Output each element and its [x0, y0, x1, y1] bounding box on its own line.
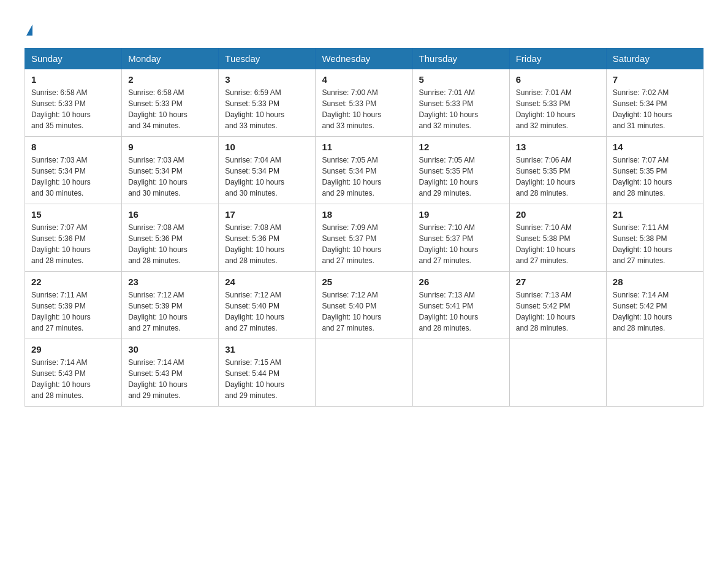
- calendar-cell: 12 Sunrise: 7:05 AM Sunset: 5:35 PM Dayl…: [412, 137, 509, 204]
- day-number: 3: [225, 74, 309, 85]
- day-info: Sunrise: 7:01 AM Sunset: 5:33 PM Dayligh…: [419, 87, 503, 131]
- calendar-cell: 9 Sunrise: 7:03 AM Sunset: 5:34 PM Dayli…: [122, 137, 219, 204]
- day-number: 24: [225, 277, 309, 287]
- day-info: Sunrise: 7:11 AM Sunset: 5:38 PM Dayligh…: [613, 222, 697, 266]
- page-header: [25, 18, 703, 36]
- day-number: 12: [419, 142, 503, 152]
- day-number: 7: [613, 74, 697, 85]
- col-header-wednesday: Wednesday: [316, 48, 412, 69]
- day-info: Sunrise: 7:10 AM Sunset: 5:38 PM Dayligh…: [516, 222, 600, 266]
- calendar-cell: 11 Sunrise: 7:05 AM Sunset: 5:34 PM Dayl…: [316, 137, 412, 204]
- day-info: Sunrise: 7:03 AM Sunset: 5:34 PM Dayligh…: [31, 155, 115, 199]
- day-info: Sunrise: 7:09 AM Sunset: 5:37 PM Dayligh…: [322, 222, 406, 266]
- day-number: 9: [128, 142, 212, 152]
- calendar-cell: 24 Sunrise: 7:12 AM Sunset: 5:40 PM Dayl…: [219, 272, 316, 339]
- day-info: Sunrise: 7:12 AM Sunset: 5:40 PM Dayligh…: [225, 289, 309, 334]
- day-number: 2: [128, 74, 212, 85]
- calendar-cell: 31 Sunrise: 7:15 AM Sunset: 5:44 PM Dayl…: [219, 339, 316, 407]
- calendar-week-row: 15 Sunrise: 7:07 AM Sunset: 5:36 PM Dayl…: [25, 204, 703, 272]
- day-number: 27: [516, 277, 600, 287]
- calendar-cell: 27 Sunrise: 7:13 AM Sunset: 5:42 PM Dayl…: [509, 272, 606, 339]
- day-info: Sunrise: 7:07 AM Sunset: 5:35 PM Dayligh…: [613, 155, 697, 199]
- col-header-tuesday: Tuesday: [219, 48, 316, 69]
- day-number: 10: [225, 142, 309, 152]
- calendar-cell: 20 Sunrise: 7:10 AM Sunset: 5:38 PM Dayl…: [509, 204, 606, 272]
- col-header-thursday: Thursday: [412, 48, 509, 69]
- calendar-week-row: 8 Sunrise: 7:03 AM Sunset: 5:34 PM Dayli…: [25, 137, 703, 204]
- day-number: 19: [419, 209, 503, 220]
- calendar-cell: 30 Sunrise: 7:14 AM Sunset: 5:43 PM Dayl…: [122, 339, 219, 407]
- day-number: 11: [322, 142, 406, 152]
- calendar-cell: 16 Sunrise: 7:08 AM Sunset: 5:36 PM Dayl…: [122, 204, 219, 272]
- day-info: Sunrise: 7:04 AM Sunset: 5:34 PM Dayligh…: [225, 155, 309, 199]
- calendar-cell: 26 Sunrise: 7:13 AM Sunset: 5:41 PM Dayl…: [412, 272, 509, 339]
- day-number: 23: [128, 277, 212, 287]
- day-number: 6: [516, 74, 600, 85]
- day-number: 31: [225, 344, 309, 354]
- day-number: 15: [31, 209, 115, 220]
- col-header-monday: Monday: [122, 48, 219, 69]
- calendar-week-row: 1 Sunrise: 6:58 AM Sunset: 5:33 PM Dayli…: [25, 69, 703, 137]
- day-info: Sunrise: 7:14 AM Sunset: 5:43 PM Dayligh…: [31, 357, 115, 401]
- calendar-cell: [412, 339, 509, 407]
- day-number: 14: [613, 142, 697, 152]
- calendar-cell: 10 Sunrise: 7:04 AM Sunset: 5:34 PM Dayl…: [219, 137, 316, 204]
- day-info: Sunrise: 7:02 AM Sunset: 5:34 PM Dayligh…: [613, 87, 697, 131]
- day-info: Sunrise: 6:59 AM Sunset: 5:33 PM Dayligh…: [225, 87, 309, 131]
- col-header-friday: Friday: [509, 48, 606, 69]
- day-number: 20: [516, 209, 600, 220]
- col-header-saturday: Saturday: [606, 48, 703, 69]
- day-info: Sunrise: 7:12 AM Sunset: 5:40 PM Dayligh…: [322, 289, 406, 334]
- day-number: 5: [419, 74, 503, 85]
- calendar-cell: 14 Sunrise: 7:07 AM Sunset: 5:35 PM Dayl…: [606, 137, 703, 204]
- calendar-cell: 28 Sunrise: 7:14 AM Sunset: 5:42 PM Dayl…: [606, 272, 703, 339]
- calendar-cell: 1 Sunrise: 6:58 AM Sunset: 5:33 PM Dayli…: [25, 69, 122, 137]
- calendar-cell: 8 Sunrise: 7:03 AM Sunset: 5:34 PM Dayli…: [25, 137, 122, 204]
- day-info: Sunrise: 6:58 AM Sunset: 5:33 PM Dayligh…: [128, 87, 212, 131]
- day-info: Sunrise: 7:05 AM Sunset: 5:34 PM Dayligh…: [322, 155, 406, 199]
- calendar-cell: 21 Sunrise: 7:11 AM Sunset: 5:38 PM Dayl…: [606, 204, 703, 272]
- col-header-sunday: Sunday: [25, 48, 122, 69]
- day-info: Sunrise: 7:13 AM Sunset: 5:41 PM Dayligh…: [419, 289, 503, 334]
- calendar-cell: 25 Sunrise: 7:12 AM Sunset: 5:40 PM Dayl…: [316, 272, 412, 339]
- day-info: Sunrise: 7:07 AM Sunset: 5:36 PM Dayligh…: [31, 222, 115, 266]
- day-number: 1: [31, 74, 115, 85]
- calendar-cell: [606, 339, 703, 407]
- calendar-cell: 3 Sunrise: 6:59 AM Sunset: 5:33 PM Dayli…: [219, 69, 316, 137]
- calendar-cell: 15 Sunrise: 7:07 AM Sunset: 5:36 PM Dayl…: [25, 204, 122, 272]
- calendar-cell: [316, 339, 412, 407]
- day-info: Sunrise: 7:10 AM Sunset: 5:37 PM Dayligh…: [419, 222, 503, 266]
- logo: [25, 18, 32, 36]
- calendar-cell: 17 Sunrise: 7:08 AM Sunset: 5:36 PM Dayl…: [219, 204, 316, 272]
- day-number: 13: [516, 142, 600, 152]
- day-info: Sunrise: 6:58 AM Sunset: 5:33 PM Dayligh…: [31, 87, 115, 131]
- day-number: 16: [128, 209, 212, 220]
- day-number: 22: [31, 277, 115, 287]
- day-number: 30: [128, 344, 212, 354]
- day-info: Sunrise: 7:08 AM Sunset: 5:36 PM Dayligh…: [225, 222, 309, 266]
- day-number: 4: [322, 74, 406, 85]
- calendar-cell: 5 Sunrise: 7:01 AM Sunset: 5:33 PM Dayli…: [412, 69, 509, 137]
- logo-triangle-icon: [26, 25, 32, 36]
- day-info: Sunrise: 7:12 AM Sunset: 5:39 PM Dayligh…: [128, 289, 212, 334]
- day-number: 28: [613, 277, 697, 287]
- calendar-cell: [509, 339, 606, 407]
- day-number: 26: [419, 277, 503, 287]
- calendar-table: SundayMondayTuesdayWednesdayThursdayFrid…: [25, 48, 703, 407]
- day-info: Sunrise: 7:00 AM Sunset: 5:33 PM Dayligh…: [322, 87, 406, 131]
- calendar-week-row: 22 Sunrise: 7:11 AM Sunset: 5:39 PM Dayl…: [25, 272, 703, 339]
- calendar-cell: 13 Sunrise: 7:06 AM Sunset: 5:35 PM Dayl…: [509, 137, 606, 204]
- calendar-cell: 7 Sunrise: 7:02 AM Sunset: 5:34 PM Dayli…: [606, 69, 703, 137]
- calendar-cell: 2 Sunrise: 6:58 AM Sunset: 5:33 PM Dayli…: [122, 69, 219, 137]
- day-info: Sunrise: 7:11 AM Sunset: 5:39 PM Dayligh…: [31, 289, 115, 334]
- day-info: Sunrise: 7:14 AM Sunset: 5:43 PM Dayligh…: [128, 357, 212, 401]
- calendar-cell: 4 Sunrise: 7:00 AM Sunset: 5:33 PM Dayli…: [316, 69, 412, 137]
- day-number: 21: [613, 209, 697, 220]
- day-info: Sunrise: 7:01 AM Sunset: 5:33 PM Dayligh…: [516, 87, 600, 131]
- day-info: Sunrise: 7:08 AM Sunset: 5:36 PM Dayligh…: [128, 222, 212, 266]
- calendar-cell: 6 Sunrise: 7:01 AM Sunset: 5:33 PM Dayli…: [509, 69, 606, 137]
- calendar-cell: 18 Sunrise: 7:09 AM Sunset: 5:37 PM Dayl…: [316, 204, 412, 272]
- calendar-cell: 29 Sunrise: 7:14 AM Sunset: 5:43 PM Dayl…: [25, 339, 122, 407]
- calendar-cell: 22 Sunrise: 7:11 AM Sunset: 5:39 PM Dayl…: [25, 272, 122, 339]
- day-info: Sunrise: 7:15 AM Sunset: 5:44 PM Dayligh…: [225, 357, 309, 401]
